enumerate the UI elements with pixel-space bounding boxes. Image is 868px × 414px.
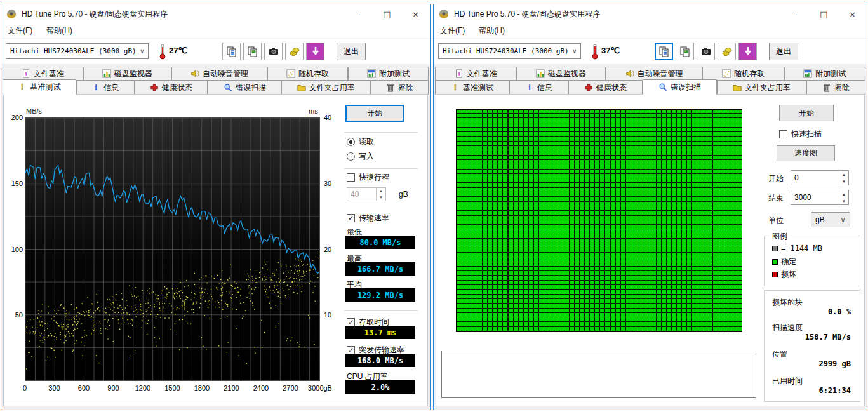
quick-scan-checkbox[interactable]: 快速扫描 [779, 129, 822, 140]
tab-folder-usage[interactable]: 文件夹占用率 [717, 81, 806, 95]
copy-image-icon [247, 46, 258, 57]
svg-text:!: ! [21, 83, 23, 91]
screenshot-button[interactable] [697, 43, 715, 60]
write-radio[interactable]: 写入 [347, 151, 374, 162]
tab-erase[interactable]: 擦除 [806, 81, 865, 95]
tab-random-access[interactable]: 随机存取 [267, 67, 348, 81]
cpu-usage-value: 2.0% [345, 380, 415, 394]
tab-random-access[interactable]: 随机存取 [702, 67, 784, 81]
elapsed-time-value: 6:21:34 [818, 386, 851, 395]
tab-info[interactable]: i信息 [76, 81, 135, 95]
tab-disk-monitor[interactable]: 磁盘监视器 [83, 67, 171, 81]
coins-icon [721, 46, 733, 57]
unit-dropdown[interactable]: gB ∨ [811, 212, 850, 227]
chevron-down-icon: ∨ [140, 47, 144, 55]
download-arrow-icon [310, 46, 321, 57]
menubar: 文件(F) 帮助(H) [434, 23, 867, 39]
scan-start-label: 开始 [768, 173, 784, 184]
tab-extra-tests[interactable]: 附加测试 [784, 67, 865, 81]
spin-down-icon: ▼ [377, 194, 385, 201]
unit-label: 单位 [768, 215, 784, 226]
tab-file-benchmark[interactable]: !文件基准 [435, 67, 516, 81]
short-stroke-size-stepper[interactable]: 40 ▲▼ [347, 187, 386, 201]
tab-health[interactable]: 健康状态 [135, 81, 208, 95]
transfer-rate-checkbox[interactable]: ✓传输速率 [347, 213, 389, 224]
benchmark-chart [25, 117, 320, 381]
speaker-icon [190, 69, 199, 78]
buy-button[interactable] [718, 43, 736, 60]
screenshot-button[interactable] [264, 43, 283, 60]
tab-erase[interactable]: 擦除 [370, 81, 429, 95]
speed-map-button[interactable]: 速度图 [777, 145, 835, 161]
drive-selector[interactable]: Hitachi HUS724030ALE (3000 gB) ∨ [6, 43, 149, 59]
legend-damaged: 损坏 [772, 269, 796, 280]
short-stroke-unit: gB [399, 190, 408, 199]
avg-value: 129.2 MB/s [345, 288, 415, 302]
bad-blocks-listbox[interactable] [441, 351, 756, 398]
copy-image-button[interactable] [243, 43, 262, 60]
minimize-icon[interactable]: – [344, 4, 373, 23]
menu-help[interactable]: 帮助(H) [46, 25, 72, 36]
scan-end-stepper[interactable]: 3000 ▲▼ [791, 190, 849, 205]
elapsed-time-label: 已用时间 [772, 376, 803, 387]
svg-text:!: ! [454, 83, 457, 92]
menu-help[interactable]: 帮助(H) [479, 25, 505, 36]
tab-benchmark-active[interactable]: !基准测试 [3, 79, 76, 95]
min-value: 80.0 MB/s [345, 236, 415, 249]
read-radio[interactable]: 读取 [347, 137, 374, 147]
svg-text:i: i [528, 83, 531, 92]
copy-image-button[interactable] [676, 43, 694, 60]
thermometer-icon [591, 43, 599, 60]
trash-icon [386, 83, 395, 92]
tab-folder-usage[interactable]: 文件夹占用率 [281, 81, 370, 95]
drive-temperature: 37℃ [601, 46, 620, 55]
tab-info[interactable]: i信息 [509, 81, 568, 95]
maximize-icon[interactable]: □ [810, 4, 838, 23]
menu-file[interactable]: 文件(F) [440, 25, 465, 36]
hdtune-app-icon [439, 9, 449, 19]
minimize-icon[interactable]: – [781, 4, 810, 23]
scan-start-stepper[interactable]: 0 ▲▼ [791, 170, 849, 185]
tab-health[interactable]: 健康状态 [568, 81, 643, 95]
tab-error-scan[interactable]: 错误扫描 [208, 81, 281, 95]
drive-selector[interactable]: Hitachi HUS724030ALE (3000 gB) ∨ [438, 43, 581, 59]
exit-button[interactable]: 退出 [769, 43, 798, 60]
copy-text-button[interactable] [655, 43, 673, 60]
window-benchmark: HD Tune Pro 5.70 - 硬盘/固态硬盘实用程序 – □ × 文件(… [1, 4, 431, 410]
copy-text-button[interactable] [222, 43, 241, 60]
exit-button[interactable]: 退出 [337, 43, 366, 60]
tab-aam[interactable]: 自动噪音管理 [171, 67, 267, 81]
ok-swatch [772, 259, 778, 265]
error-scan-tab-page: 开始 快速扫描 速度图 开始 0 ▲▼ 结束 3000 ▲▼ 单位 gB ∨ 图… [436, 94, 865, 406]
disk-monitor-icon [102, 69, 111, 78]
save-results-button[interactable] [738, 43, 757, 60]
scan-speed-label: 扫描速度 [772, 323, 803, 333]
tab-aam[interactable]: 自动噪音管理 [606, 67, 702, 81]
buy-button[interactable] [285, 43, 304, 60]
drive-temperature: 27℃ [169, 46, 187, 55]
window-title: HD Tune Pro 5.70 - 硬盘/固态硬盘实用程序 [22, 9, 168, 20]
health-cross-icon [584, 83, 593, 92]
start-button[interactable]: 开始 [345, 105, 404, 122]
close-icon[interactable]: × [401, 4, 430, 23]
close-icon[interactable]: × [838, 4, 867, 23]
tab-extra-tests[interactable]: 附加测试 [348, 67, 429, 81]
start-button[interactable]: 开始 [779, 105, 834, 121]
tab-benchmark[interactable]: !基准测试 [435, 81, 509, 95]
tab-file-benchmark[interactable]: !文件基准 [3, 67, 83, 81]
tab-error-scan-active[interactable]: 错误扫描 [643, 79, 717, 95]
drive-selector-value: Hitachi HUS724030ALE (3000 gB) [10, 47, 137, 55]
save-results-button[interactable] [306, 43, 324, 60]
maximize-icon[interactable]: □ [373, 4, 401, 23]
access-time-value: 13.7 ms [345, 326, 415, 339]
tab-disk-monitor[interactable]: 磁盘监视器 [516, 67, 605, 81]
checkbox-checked-icon: ✓ [347, 214, 355, 222]
short-stroke-checkbox[interactable]: 快捷行程 [347, 172, 389, 183]
extra-tests-icon [803, 69, 812, 78]
titlebar[interactable]: HD Tune Pro 5.70 - 硬盘/固态硬盘实用程序 – □ × [434, 4, 867, 23]
menu-file[interactable]: 文件(F) [8, 25, 32, 36]
titlebar[interactable]: HD Tune Pro 5.70 - 硬盘/固态硬盘实用程序 – □ × [1, 4, 430, 23]
file-benchmark-icon: ! [455, 69, 464, 78]
block-swatch [772, 246, 778, 251]
spin-down-icon: ▼ [839, 197, 848, 204]
